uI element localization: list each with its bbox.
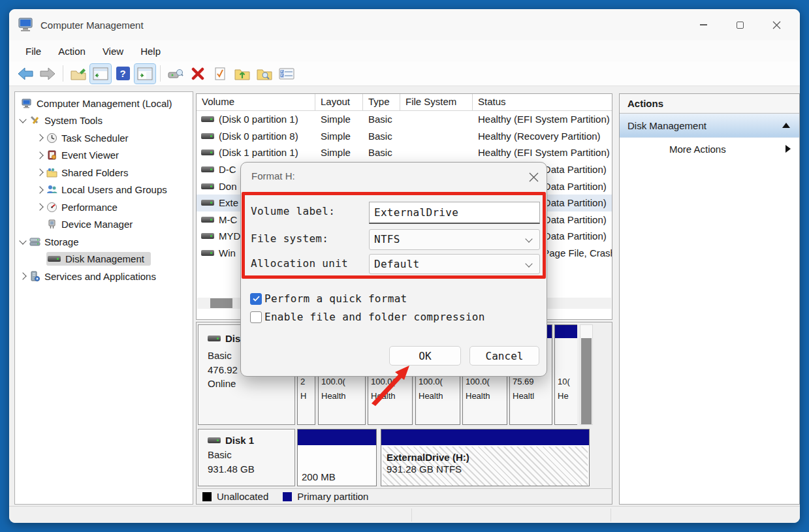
menu-file[interactable]: File <box>17 46 50 57</box>
chevron-down-icon[interactable] <box>19 116 26 123</box>
tree-item-shared-folders[interactable]: Shared Folders <box>15 164 193 181</box>
actions-group-disk-management[interactable]: Disk Management <box>620 114 799 138</box>
tree-item-services-applications[interactable]: Services and Applications <box>15 268 193 285</box>
tree-item-device-manager[interactable]: Device Manager <box>15 216 193 234</box>
cancel-button[interactable]: Cancel <box>469 346 539 366</box>
rescan-disk-icon <box>168 67 183 80</box>
chevron-down-icon[interactable] <box>19 237 26 244</box>
open-parent-button[interactable] <box>232 64 253 84</box>
maximize-button[interactable] <box>722 9 758 40</box>
task-list-button[interactable] <box>276 64 297 84</box>
compression-checkbox-row[interactable]: Enable file and folder compression <box>250 311 485 323</box>
tree-item-storage[interactable]: Storage <box>15 233 193 251</box>
volume-icon <box>201 233 214 239</box>
tree-item-system-tools[interactable]: System Tools <box>15 112 193 130</box>
allocation-unit-dropdown[interactable]: Default <box>369 254 540 274</box>
disk1-label-box[interactable]: Disk 1 Basic 931.48 GB <box>198 429 295 486</box>
tree-item-disk-management[interactable]: Disk Management <box>15 251 193 268</box>
volume-name: (Disk 0 partition 1) <box>219 114 298 125</box>
menu-help[interactable]: Help <box>132 46 169 57</box>
quick-format-checkbox-row[interactable]: Perform a quick format <box>250 292 407 305</box>
check-mark <box>253 296 260 302</box>
tree-item-local-users-groups[interactable]: Local Users and Groups <box>15 181 193 199</box>
show-action-pane-button[interactable] <box>135 64 155 84</box>
quick-format-label: Perform a quick format <box>264 292 407 305</box>
forward-button[interactable] <box>37 64 58 84</box>
ok-button[interactable]: OK <box>389 346 461 366</box>
checkbox-checked-icon[interactable] <box>250 293 262 305</box>
delete-volume-button[interactable] <box>187 64 208 84</box>
show-console-tree-button[interactable] <box>90 64 111 84</box>
partition-status: Health <box>466 389 507 403</box>
column-header-volume[interactable]: Volume <box>197 94 315 110</box>
volume-type: Basic <box>363 147 400 158</box>
folder-up-icon <box>234 67 250 80</box>
column-header-type[interactable]: Type <box>363 94 400 110</box>
tree-item-event-viewer[interactable]: Event Viewer <box>15 147 193 164</box>
tree-item-computer-management[interactable]: Computer Management (Local) <box>15 95 193 112</box>
chevron-right-icon[interactable] <box>36 204 43 211</box>
tools-icon <box>29 115 40 126</box>
minimize-button[interactable] <box>685 9 722 40</box>
volume-icon <box>201 200 214 206</box>
scrollbar-thumb[interactable] <box>581 338 592 424</box>
volume-layout: Simple <box>315 114 363 125</box>
validate-button[interactable] <box>210 64 230 84</box>
disk1-partition-unformatted[interactable]: 200 MB <box>297 429 377 486</box>
storage-icon <box>29 236 40 247</box>
chevron-right-icon[interactable] <box>19 273 26 280</box>
volume-icon <box>201 183 214 189</box>
volume-label-value: ExternalDrive <box>374 206 458 219</box>
volume-layout: Simple <box>315 147 363 158</box>
export-list-button[interactable] <box>68 64 89 84</box>
help-button[interactable]: ? <box>112 64 133 84</box>
console-tree-panel: Computer Management (Local) System Tools… <box>14 91 193 505</box>
disk1-partition-externaldrive[interactable]: ExternalDrive (H:) 931.28 GB NTFS <box>381 429 590 486</box>
file-system-dropdown[interactable]: NTFS <box>369 229 540 250</box>
chevron-right-icon[interactable] <box>36 186 43 193</box>
checklist-icon <box>279 67 294 80</box>
partition-size: 2 <box>300 375 315 389</box>
file-system-value: NTFS <box>374 233 400 245</box>
volume-status: Healthy (EFI System Partition) <box>473 147 612 158</box>
close-button[interactable] <box>758 9 795 40</box>
menu-action[interactable]: Action <box>50 46 94 57</box>
rescan-disks-button[interactable] <box>165 64 186 84</box>
menu-view[interactable]: View <box>94 46 132 57</box>
checkbox-unchecked-icon[interactable] <box>250 311 262 323</box>
volume-row[interactable]: (Disk 0 partition 8) Simple Basic Health… <box>197 128 612 145</box>
computer-icon <box>22 98 33 109</box>
tree-item-task-scheduler[interactable]: Task Scheduler <box>15 129 193 147</box>
scrollbar-thumb[interactable] <box>210 298 232 308</box>
dialog-close-button[interactable] <box>526 169 541 185</box>
volume-icon <box>201 166 214 172</box>
disk-icon <box>208 336 221 341</box>
volume-icon <box>201 149 214 155</box>
back-button[interactable] <box>15 64 36 84</box>
chevron-right-icon[interactable] <box>36 134 43 142</box>
explore-button[interactable] <box>254 64 275 84</box>
volume-name: (Disk 1 partition 1) <box>219 147 298 158</box>
column-header-status[interactable]: Status <box>473 94 612 110</box>
column-header-file-system[interactable]: File System <box>400 94 473 110</box>
more-actions-item[interactable]: More Actions <box>620 138 799 160</box>
collapse-icon[interactable] <box>782 123 790 128</box>
chevron-right-icon[interactable] <box>36 151 43 159</box>
volume-row[interactable]: (Disk 0 partition 1) Simple Basic Health… <box>197 111 612 128</box>
tree-item-performance[interactable]: Performance <box>15 198 193 216</box>
device-icon <box>46 219 57 230</box>
format-dialog: Format H: Volume label: ExternalDrive Fi… <box>240 162 547 377</box>
column-header-layout[interactable]: Layout <box>315 94 363 110</box>
volume-list-header: Volume Layout Type File System Status <box>197 94 612 111</box>
legend-label-primary: Primary partition <box>297 491 368 502</box>
chevron-right-icon[interactable] <box>36 169 43 176</box>
shared-folder-icon <box>46 167 57 178</box>
services-icon <box>29 271 40 282</box>
more-actions-label: More Actions <box>669 144 726 155</box>
disk0-partition[interactable]: 10(He <box>554 324 577 425</box>
tree-item-label: Storage <box>44 236 79 247</box>
volume-label-input[interactable]: ExternalDrive <box>369 202 540 224</box>
vertical-scrollbar[interactable] <box>580 324 593 425</box>
volume-name: Win <box>219 247 236 258</box>
volume-row[interactable]: (Disk 1 partition 1) Simple Basic Health… <box>197 144 612 161</box>
